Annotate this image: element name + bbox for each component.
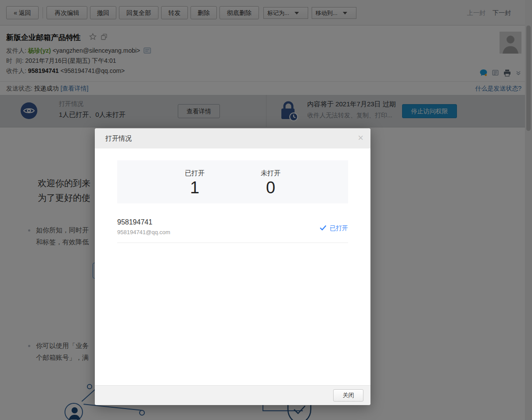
app-window: « 返回 再次编辑 撤回 回复全部 转发 删除 彻底删除 标记为... 移动到.… xyxy=(0,0,532,420)
stat-opened-label: 已打开 xyxy=(157,169,233,177)
open-status-dialog: 打开情况 × 已打开 1 未打开 0 958194741 958194741@q… xyxy=(95,128,370,405)
check-icon xyxy=(320,225,327,232)
dialog-footer: 关闭 xyxy=(95,385,370,405)
recipient-open-status: 已打开 xyxy=(320,224,348,232)
recipient-open-status-label: 已打开 xyxy=(330,224,348,232)
stat-unopened: 未打开 0 xyxy=(233,160,309,203)
stat-opened-value: 1 xyxy=(157,178,233,197)
stat-unopened-label: 未打开 xyxy=(233,169,309,177)
open-stats-panel: 已打开 1 未打开 0 xyxy=(117,160,348,203)
recipient-row-email: 958194741@qq.com xyxy=(117,229,348,235)
dialog-header[interactable]: 打开情况 × xyxy=(95,128,370,148)
close-icon[interactable]: × xyxy=(358,133,363,143)
close-dialog-button[interactable]: 关闭 xyxy=(333,389,363,402)
dialog-title: 打开情况 xyxy=(105,134,132,143)
stat-opened: 已打开 1 xyxy=(157,160,233,203)
recipient-row: 958194741 958194741@qq.com 已打开 xyxy=(117,218,348,243)
stat-unopened-value: 0 xyxy=(233,178,309,197)
recipient-row-name: 958194741 xyxy=(117,218,348,226)
